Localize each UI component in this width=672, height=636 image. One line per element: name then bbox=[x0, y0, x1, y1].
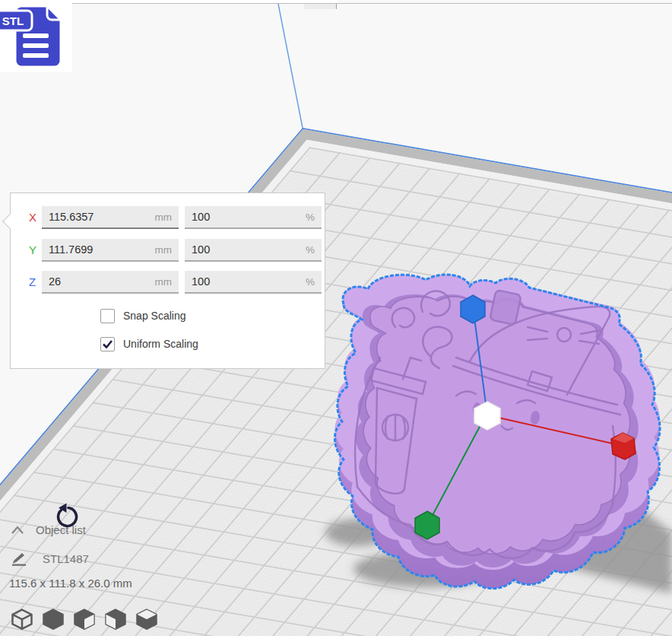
pencil-icon bbox=[11, 551, 27, 566]
view-top-icon[interactable] bbox=[73, 607, 96, 631]
view-right-icon[interactable] bbox=[135, 607, 158, 631]
object-item-name: STL1487 bbox=[43, 552, 89, 565]
scale-tool-panel: X 115.6357 mm 100 % Y 111.7699 mm 100 % … bbox=[10, 192, 325, 369]
uniform-scaling-checkbox[interactable] bbox=[100, 337, 115, 351]
scale-handle-z-blue[interactable] bbox=[461, 295, 485, 323]
scale-y-percent-field[interactable]: 100 % bbox=[185, 239, 322, 262]
scale-z-mm-field[interactable]: 26 mm bbox=[42, 271, 179, 294]
model-stl1487[interactable] bbox=[334, 275, 660, 589]
scale-y-mm-field[interactable]: 111.7699 mm bbox=[42, 239, 179, 262]
reset-icon bbox=[52, 502, 81, 531]
view-front-icon[interactable] bbox=[42, 607, 65, 631]
snap-scaling-checkbox[interactable] bbox=[100, 309, 115, 323]
scale-x-percent-field[interactable]: 100 % bbox=[185, 206, 322, 229]
reset-scale-button[interactable] bbox=[52, 502, 81, 531]
top-divider-line bbox=[0, 3, 672, 4]
scale-handle-center[interactable] bbox=[474, 402, 500, 430]
snap-scaling-label: Snap Scaling bbox=[123, 310, 186, 322]
scale-handle-x-red[interactable] bbox=[611, 433, 636, 460]
scale-handle-y-green[interactable] bbox=[415, 511, 439, 539]
scale-x-mm-field[interactable]: 115.6357 mm bbox=[42, 206, 179, 229]
chevron-up-icon bbox=[11, 526, 24, 535]
scale-z-percent-field[interactable]: 100 % bbox=[185, 271, 322, 294]
view-3d-icon[interactable] bbox=[11, 607, 33, 631]
axis-label-x: X bbox=[29, 211, 36, 224]
stl-badge-label: STL bbox=[2, 14, 24, 27]
object-list-item[interactable]: STL1487 bbox=[11, 551, 89, 566]
axis-label-z: Z bbox=[29, 275, 36, 288]
view-left-icon[interactable] bbox=[104, 607, 127, 631]
uniform-scaling-label: Uniform Scaling bbox=[123, 338, 198, 350]
stl-file-logo: STL bbox=[0, 0, 72, 72]
model-dimensions-label: 115.6 x 111.8 x 26.0 mm bbox=[9, 577, 132, 590]
axis-label-y: Y bbox=[29, 243, 36, 256]
camera-view-toolbar bbox=[11, 607, 158, 631]
